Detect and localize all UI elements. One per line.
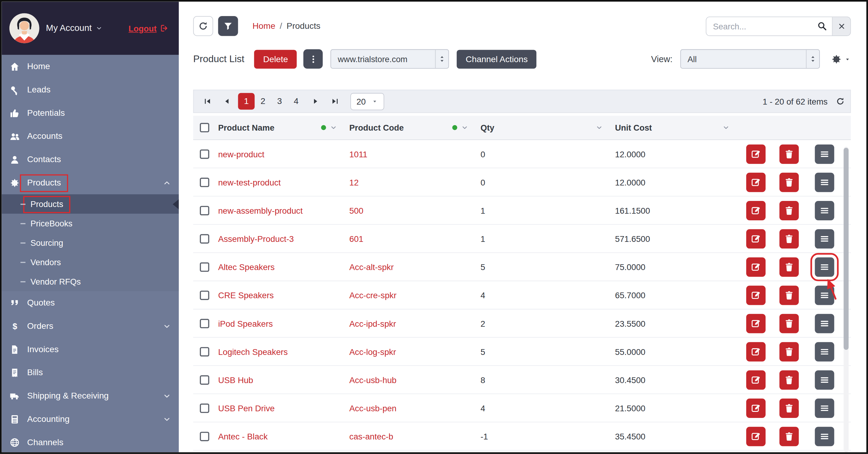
store-select[interactable]: www.trialstore.com — [331, 50, 449, 69]
sidebar-item-bills[interactable]: Bills — [1, 361, 179, 384]
row-checkbox[interactable] — [200, 290, 209, 300]
row-checkbox[interactable] — [200, 206, 209, 215]
delete-row-button[interactable] — [779, 257, 799, 276]
delete-button[interactable]: Delete — [254, 50, 297, 68]
product-name-link[interactable]: iPod Speakers — [218, 319, 349, 328]
row-checkbox[interactable] — [200, 319, 209, 328]
chevron-down-icon[interactable] — [722, 124, 730, 131]
product-name-link[interactable]: Assembly-Product-3 — [218, 234, 349, 243]
sidebar-item-invoices[interactable]: Invoices — [1, 338, 179, 361]
product-code-link[interactable]: Acc-usb-hub — [349, 375, 481, 384]
product-code-link[interactable]: Acc-ipd-spkr — [349, 319, 481, 328]
row-checkbox[interactable] — [200, 403, 209, 413]
product-name-link[interactable]: CRE Speakers — [218, 290, 349, 300]
row-menu-button[interactable] — [815, 398, 834, 418]
pagination-page-3[interactable]: 3 — [271, 93, 288, 110]
refresh-list-button[interactable] — [836, 97, 845, 106]
sidebar-item-vendors-sub[interactable]: Vendors — [1, 252, 179, 272]
pagination-page-1[interactable]: 1 — [238, 93, 255, 110]
logout-link[interactable]: Logout — [128, 24, 169, 33]
edit-button[interactable] — [746, 229, 766, 248]
sidebar-item-pricebooks-sub[interactable]: PriceBooks — [1, 214, 179, 233]
pagination-page-4[interactable]: 4 — [288, 93, 305, 110]
product-code-link[interactable]: Acc-alt-spkr — [349, 262, 481, 272]
sidebar-item-products[interactable]: Products — [1, 171, 179, 194]
scrollbar-thumb[interactable] — [844, 148, 848, 350]
row-menu-button[interactable] — [815, 144, 834, 164]
product-name-link[interactable]: new-product — [218, 149, 349, 158]
product-code-link[interactable]: 1011 — [349, 149, 481, 158]
row-menu-button[interactable] — [815, 285, 834, 305]
prev-page-button[interactable] — [218, 93, 235, 110]
row-menu-button[interactable] — [815, 370, 834, 389]
row-menu-button[interactable] — [815, 229, 834, 248]
sidebar-item-products-sub[interactable]: Products — [1, 194, 179, 214]
delete-row-button[interactable] — [779, 398, 799, 418]
breadcrumb-home-link[interactable]: Home — [252, 21, 276, 31]
next-page-button[interactable] — [307, 93, 324, 110]
sidebar-item-shipping-receiving[interactable]: Shipping & Receiving — [1, 384, 179, 407]
product-name-link[interactable]: Logitech Speakers — [218, 347, 349, 356]
delete-row-button[interactable] — [779, 229, 799, 248]
my-account-menu[interactable]: My Account — [46, 23, 102, 33]
search-input[interactable] — [707, 17, 812, 35]
sidebar-item-quotes[interactable]: Quotes — [1, 291, 179, 314]
edit-button[interactable] — [746, 257, 766, 276]
sidebar-item-orders[interactable]: $Orders — [1, 314, 179, 338]
delete-row-button[interactable] — [779, 426, 799, 446]
row-checkbox[interactable] — [200, 177, 209, 187]
column-label[interactable]: Product Name — [218, 123, 275, 132]
channel-actions-button[interactable]: Channel Actions — [457, 50, 536, 68]
product-code-link[interactable]: Acc-usb-pen — [349, 403, 481, 413]
view-select[interactable]: All — [680, 50, 820, 69]
sidebar-item-accounts[interactable]: Accounts — [1, 125, 179, 148]
select-all-checkbox[interactable] — [200, 123, 209, 132]
product-name-link[interactable]: new-assembly-product — [218, 206, 349, 215]
edit-button[interactable] — [746, 342, 766, 361]
chevron-down-icon[interactable] — [461, 124, 468, 131]
product-code-link[interactable]: cas-antec-b — [349, 431, 481, 441]
product-name-link[interactable]: Altec Speakers — [218, 262, 349, 272]
product-name-link[interactable]: Antec - Black — [218, 431, 349, 441]
vertical-scrollbar[interactable] — [844, 147, 848, 452]
product-name-link[interactable]: new-test-product — [218, 177, 349, 187]
row-checkbox[interactable] — [200, 262, 209, 272]
product-name-link[interactable]: USB Pen Drive — [218, 403, 349, 413]
row-checkbox[interactable] — [200, 375, 209, 384]
row-menu-button[interactable] — [815, 314, 834, 333]
row-checkbox[interactable] — [200, 431, 209, 441]
sidebar-item-potentials[interactable]: Potentials — [1, 101, 179, 125]
row-menu-button[interactable] — [815, 257, 834, 276]
sidebar-item-channels[interactable]: Channels — [1, 431, 179, 452]
last-page-button[interactable] — [327, 93, 343, 110]
row-checkbox[interactable] — [200, 234, 209, 243]
delete-row-button[interactable] — [779, 201, 799, 220]
edit-button[interactable] — [746, 370, 766, 389]
edit-button[interactable] — [746, 285, 766, 305]
column-label[interactable]: Unit Cost — [615, 123, 652, 132]
column-label[interactable]: Qty — [480, 123, 494, 132]
chevron-down-icon[interactable] — [595, 124, 603, 131]
row-checkbox[interactable] — [200, 347, 209, 356]
filter-button[interactable] — [218, 16, 238, 36]
sidebar-item-vendor-rfqs-sub[interactable]: Vendor RFQs — [1, 272, 179, 291]
page-size-select[interactable]: 20 — [350, 93, 384, 110]
refresh-button[interactable] — [193, 16, 213, 36]
delete-row-button[interactable] — [779, 370, 799, 389]
product-name-link[interactable]: USB Hub — [218, 375, 349, 384]
product-code-link[interactable]: Acc-log-spkr — [349, 347, 481, 356]
sidebar-item-leads[interactable]: Leads — [1, 78, 179, 101]
edit-button[interactable] — [746, 426, 766, 446]
row-checkbox[interactable] — [200, 149, 209, 158]
sidebar-item-contacts[interactable]: Contacts — [1, 148, 179, 171]
row-menu-button[interactable] — [815, 342, 834, 361]
delete-row-button[interactable] — [779, 342, 799, 361]
product-code-link[interactable]: 12 — [349, 177, 481, 187]
clear-search-button[interactable] — [832, 17, 850, 35]
settings-gear-button[interactable] — [831, 53, 851, 65]
more-actions-button[interactable] — [303, 50, 323, 69]
search-button[interactable] — [812, 17, 832, 35]
first-page-button[interactable] — [199, 93, 216, 110]
product-code-link[interactable]: Acc-cre-spkr — [349, 290, 481, 300]
chevron-down-icon[interactable] — [330, 124, 337, 131]
